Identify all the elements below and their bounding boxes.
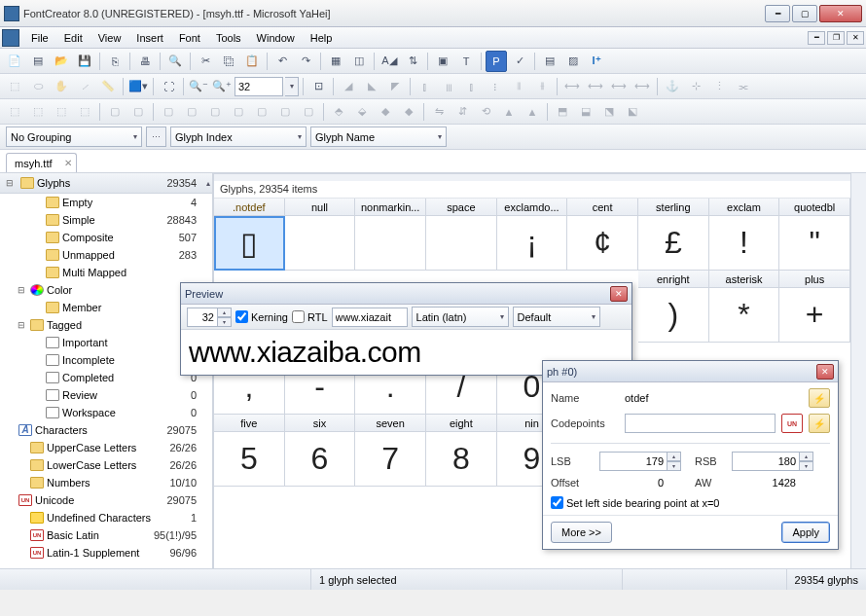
- glyph-name-cell[interactable]: asterisk: [709, 271, 780, 288]
- close-button[interactable]: ✕: [819, 5, 862, 22]
- menu-file[interactable]: File: [23, 29, 56, 47]
- print-icon[interactable]: 🖶: [134, 51, 156, 72]
- menu-insert[interactable]: Insert: [128, 29, 171, 47]
- metrics-icon[interactable]: ▣: [432, 51, 453, 72]
- add-contour-icon[interactable]: ◫: [348, 51, 370, 72]
- zoom-input[interactable]: 32: [235, 77, 283, 96]
- spinner-up-icon[interactable]: ▴: [218, 308, 232, 317]
- undo-icon[interactable]: ↶: [271, 51, 293, 72]
- glyph-cell[interactable]: 8: [426, 432, 497, 487]
- props-icon[interactable]: ▤: [539, 51, 560, 72]
- tree-row[interactable]: Undefined Characters1: [0, 509, 212, 526]
- zoom-in-icon[interactable]: 🔍⁺: [211, 76, 233, 97]
- menu-help[interactable]: Help: [303, 29, 341, 47]
- tree-toggle-icon[interactable]: ⊟: [16, 285, 27, 295]
- glyph-cell[interactable]: 5: [214, 432, 285, 487]
- glyph-cell[interactable]: [355, 216, 426, 271]
- glyph-name-cell[interactable]: six: [285, 415, 356, 432]
- glyph-name-cell[interactable]: exclam: [709, 199, 780, 216]
- add-glyph-icon[interactable]: ▦: [325, 51, 346, 72]
- tree-row[interactable]: Composite507: [0, 229, 212, 246]
- glyph-cell[interactable]: £: [638, 216, 709, 271]
- project-icon[interactable]: ▤: [27, 51, 49, 72]
- mdi-restore[interactable]: ❐: [827, 31, 845, 45]
- tree-toggle-icon[interactable]: ⊟: [16, 320, 27, 330]
- glyph-name-cell[interactable]: enright: [638, 271, 709, 288]
- tree-row[interactable]: LowerCase Letters26/26: [0, 456, 212, 474]
- glyph-cell[interactable]: ▯: [214, 216, 285, 271]
- apply-button[interactable]: Apply: [781, 522, 830, 543]
- lsb-down[interactable]: ▾: [668, 461, 681, 471]
- rtl-checkbox[interactable]: RTL: [292, 310, 328, 323]
- grouping-combo[interactable]: No Grouping: [6, 127, 142, 147]
- glyph-cell[interactable]: 7: [355, 432, 426, 487]
- file-tab-close[interactable]: ✕: [64, 158, 72, 168]
- zoom-dropdown[interactable]: ▾: [285, 77, 299, 96]
- tree-header[interactable]: ⊟ Glyphs 29354 ▴: [0, 173, 212, 194]
- mdi-minimize[interactable]: ━: [808, 31, 825, 45]
- new-icon[interactable]: 📄: [4, 51, 25, 72]
- glyph-cell[interactable]: [285, 216, 356, 271]
- index-combo[interactable]: Glyph Index: [170, 127, 307, 147]
- unicode-icon[interactable]: UN: [781, 414, 803, 433]
- glyph-name-cell[interactable]: space: [426, 199, 497, 216]
- select-all-icon[interactable]: ⊡: [307, 76, 329, 97]
- text-tool-icon[interactable]: T: [455, 51, 477, 72]
- paste-icon[interactable]: 📋: [241, 51, 263, 72]
- lsb-input[interactable]: [599, 452, 668, 471]
- app-menu-icon[interactable]: [2, 29, 19, 47]
- sort-combo[interactable]: Glyph Name: [310, 127, 447, 147]
- glyph-name-cell[interactable]: .notdef: [214, 199, 285, 216]
- spinner-down-icon[interactable]: ▾: [218, 317, 232, 327]
- menu-font[interactable]: Font: [171, 29, 208, 47]
- preview-script-combo[interactable]: Latin (latn): [412, 307, 509, 327]
- sort-icon[interactable]: ⇅: [402, 51, 423, 72]
- glyph-name-cell[interactable]: five: [214, 415, 285, 432]
- glyph-name-cell[interactable]: plus: [779, 271, 850, 288]
- minimize-button[interactable]: ━: [765, 5, 790, 22]
- redo-icon[interactable]: ↷: [295, 51, 316, 72]
- tree-row[interactable]: UpperCase Letters26/26: [0, 439, 212, 456]
- menu-view[interactable]: View: [90, 29, 129, 47]
- glyph-name-cell[interactable]: null: [285, 199, 356, 216]
- glyph-vscroll[interactable]: [850, 173, 866, 568]
- grouping-options-button[interactable]: ⋯: [146, 127, 166, 147]
- color-icon[interactable]: 🟦▾: [127, 76, 149, 97]
- glyph-cell[interactable]: ¢: [567, 216, 638, 271]
- rsb-down[interactable]: ▾: [800, 461, 813, 471]
- glyph-cell[interactable]: *: [709, 288, 780, 343]
- glyph-name-cell[interactable]: nonmarkin...: [355, 199, 426, 216]
- codepoints-edit-button[interactable]: ⚡: [809, 414, 830, 433]
- set-lsb-checkbox[interactable]: Set left side bearing point at x=0: [551, 496, 830, 509]
- open-icon[interactable]: 📂: [51, 51, 72, 72]
- glyph-name-cell[interactable]: quotedbl: [779, 199, 850, 216]
- tree-row[interactable]: Simple28843: [0, 211, 212, 229]
- tree-row[interactable]: Workspace0: [0, 404, 212, 421]
- glyph-cell[interactable]: +: [779, 288, 850, 343]
- preview-lang-combo[interactable]: Default: [513, 307, 600, 327]
- file-tab[interactable]: msyh.ttf ✕: [6, 153, 77, 172]
- tree-body[interactable]: Empty4Simple28843Composite507Unmapped283…: [0, 194, 212, 568]
- menu-tools[interactable]: Tools: [208, 29, 249, 47]
- lsb-up[interactable]: ▴: [668, 452, 681, 461]
- save-icon[interactable]: 💾: [74, 51, 95, 72]
- find-icon[interactable]: 🔍: [164, 51, 186, 72]
- tree-row[interactable]: Empty4: [0, 194, 212, 211]
- rsb-input[interactable]: [732, 452, 800, 471]
- glyph-name-cell[interactable]: seven: [355, 415, 426, 432]
- mdi-close[interactable]: ✕: [847, 31, 864, 45]
- tree-row[interactable]: UNUnicode29075: [0, 491, 212, 509]
- props-titlebar[interactable]: ph #0) ✕: [543, 361, 838, 382]
- props-close-button[interactable]: ✕: [816, 364, 834, 380]
- copy-icon[interactable]: ⎘: [104, 51, 126, 72]
- zoom-out-icon[interactable]: 🔍⁻: [188, 76, 209, 97]
- glyph-cell[interactable]: ¡: [497, 216, 568, 271]
- glyph-name-cell[interactable]: exclamdo...: [497, 199, 568, 216]
- autoname-icon[interactable]: A◢: [379, 51, 400, 72]
- fit-icon[interactable]: ⛶: [158, 76, 179, 97]
- props-codepoints-input[interactable]: [625, 414, 776, 433]
- tree-row[interactable]: Unmapped283: [0, 246, 212, 264]
- rsb-up[interactable]: ▴: [800, 452, 813, 461]
- menu-window[interactable]: Window: [249, 29, 303, 47]
- tree-row[interactable]: Multi Mapped: [0, 264, 212, 281]
